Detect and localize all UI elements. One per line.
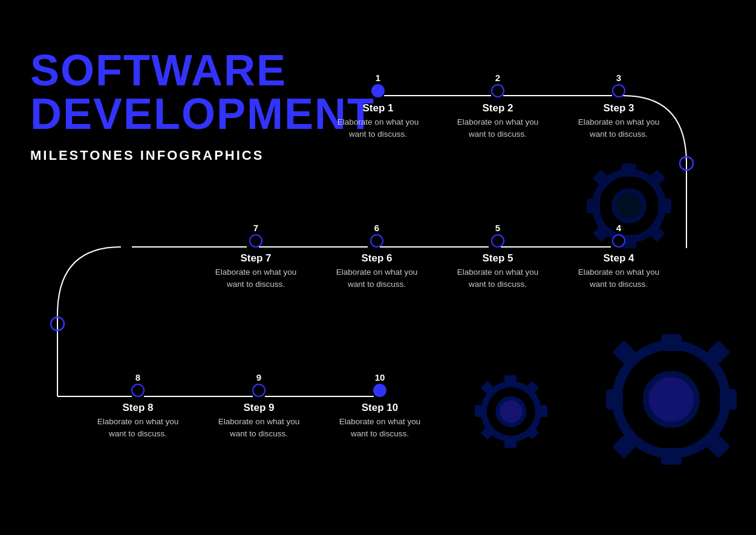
- step-10-num: 10: [375, 372, 385, 382]
- step-10-label: Step 10 Elaborate on what you want to di…: [331, 402, 428, 439]
- svg-rect-29: [526, 426, 539, 440]
- step-5-label: Step 5 Elaborate on what you want to dis…: [449, 252, 546, 290]
- svg-rect-22: [504, 375, 516, 386]
- title-line2: DEVELOPMENT: [30, 92, 375, 136]
- step-7-label: Step 7 Elaborate on what you want to dis…: [207, 252, 304, 290]
- step-6-circle: [370, 234, 383, 248]
- svg-rect-27: [526, 381, 539, 395]
- svg-point-20: [484, 384, 538, 439]
- svg-rect-37: [706, 340, 731, 364]
- svg-point-30: [617, 345, 726, 454]
- svg-rect-23: [504, 437, 516, 448]
- main-container: SOFTWARE DEVELOPMENT MILESTONES INFOGRAP…: [0, 0, 756, 535]
- step-10-circle: [373, 384, 386, 397]
- step-9-label: Step 9 Elaborate on what you want to dis…: [210, 402, 307, 439]
- title-area: SOFTWARE DEVELOPMENT MILESTONES INFOGRAP…: [30, 48, 375, 163]
- svg-rect-33: [661, 448, 682, 465]
- step-2-num: 2: [495, 73, 500, 83]
- svg-rect-32: [661, 334, 682, 351]
- step-8-num: 8: [135, 372, 140, 382]
- title-line1: SOFTWARE: [30, 48, 375, 92]
- step-7-circle: [249, 234, 262, 248]
- svg-rect-34: [606, 389, 623, 410]
- svg-point-11: [614, 191, 644, 221]
- step-5: 5 Step 5 Elaborate on what you want to d…: [449, 223, 546, 290]
- subtitle: MILESTONES INFOGRAPHICS: [30, 148, 375, 163]
- step-3: 3 Step 3 Elaborate on what you want to d…: [570, 73, 667, 140]
- svg-rect-35: [720, 389, 737, 410]
- step-6-num: 6: [374, 223, 379, 233]
- svg-rect-12: [622, 163, 636, 177]
- step-3-circle: [612, 84, 625, 97]
- step-1-circle: [371, 84, 385, 97]
- step-4-num: 4: [616, 223, 621, 233]
- step-7: 7 Step 7 Elaborate on what you want to d…: [207, 223, 304, 290]
- step-9-circle: [252, 384, 266, 397]
- step-1: 1 Step 1 Elaborate on what you want to d…: [330, 73, 426, 140]
- step-7-num: 7: [253, 223, 258, 233]
- step-8: 8 Step 8 Elaborate on what you want to d…: [90, 372, 186, 439]
- svg-rect-16: [593, 169, 610, 186]
- step-8-label: Step 8 Elaborate on what you want to dis…: [90, 402, 186, 439]
- svg-rect-24: [475, 405, 486, 417]
- svg-point-21: [498, 398, 524, 425]
- step-2-label: Step 2 Elaborate on what you want to dis…: [449, 102, 546, 140]
- step-8-circle: [131, 384, 145, 397]
- step-4: 4 Step 4 Elaborate on what you want to d…: [570, 223, 667, 290]
- svg-point-40: [680, 157, 693, 170]
- step-9: 9 Step 9 Elaborate on what you want to d…: [210, 372, 307, 439]
- step-10: 10 Step 10 Elaborate on what you want to…: [331, 372, 428, 439]
- step-1-label: Step 1 Elaborate on what you want to dis…: [330, 102, 426, 140]
- step-5-circle: [491, 234, 504, 248]
- step-1-num: 1: [376, 73, 380, 83]
- svg-rect-28: [481, 426, 495, 440]
- svg-rect-15: [658, 199, 671, 213]
- svg-rect-25: [536, 405, 547, 417]
- svg-rect-39: [706, 435, 731, 459]
- step-4-circle: [612, 234, 625, 248]
- step-9-num: 9: [256, 372, 261, 382]
- svg-point-31: [646, 374, 697, 425]
- svg-rect-36: [612, 340, 636, 364]
- step-5-num: 5: [495, 223, 500, 233]
- step-2: 2 Step 2 Elaborate on what you want to d…: [449, 73, 546, 140]
- svg-rect-38: [612, 435, 636, 459]
- svg-rect-14: [587, 199, 600, 213]
- step-6-label: Step 6 Elaborate on what you want to dis…: [328, 252, 425, 290]
- svg-point-41: [51, 317, 64, 330]
- step-3-label: Step 3 Elaborate on what you want to dis…: [570, 102, 667, 140]
- svg-rect-17: [648, 169, 665, 186]
- step-4-label: Step 4 Elaborate on what you want to dis…: [570, 252, 667, 290]
- step-3-num: 3: [616, 73, 621, 83]
- svg-rect-26: [481, 381, 495, 395]
- step-6: 6 Step 6 Elaborate on what you want to d…: [328, 223, 425, 290]
- step-2-circle: [491, 84, 504, 97]
